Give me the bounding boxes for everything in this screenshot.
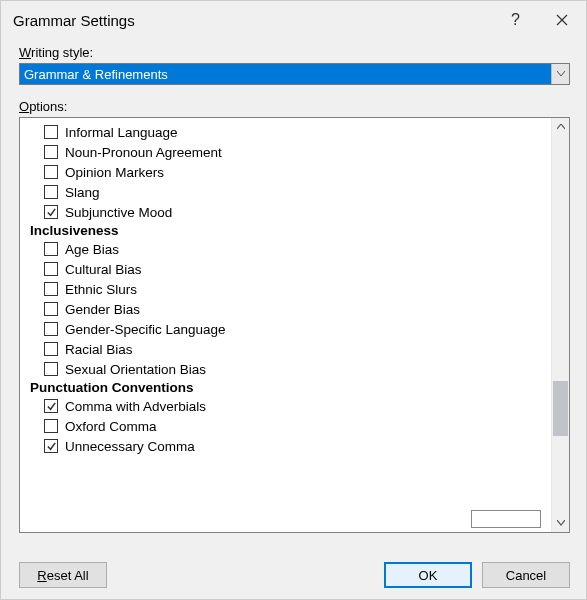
- checkbox[interactable]: [44, 342, 58, 356]
- option-item[interactable]: Informal Language: [30, 122, 551, 142]
- group-title: Punctuation Conventions: [30, 379, 551, 396]
- option-label: Racial Bias: [65, 342, 133, 357]
- options-list-container: Informal LanguageNoun-Pronoun AgreementO…: [19, 117, 570, 533]
- option-label: Subjunctive Mood: [65, 205, 172, 220]
- checkbox[interactable]: [44, 242, 58, 256]
- dialog-footer: Reset All OK Cancel: [1, 557, 586, 599]
- titlebar: Grammar Settings ?: [1, 1, 586, 39]
- ok-button[interactable]: OK: [384, 562, 472, 588]
- writing-style-combo[interactable]: Grammar & Refinements: [19, 63, 570, 85]
- option-label: Gender Bias: [65, 302, 140, 317]
- scroll-thumb[interactable]: [553, 381, 568, 436]
- checkbox[interactable]: [44, 165, 58, 179]
- combo-dropdown-button[interactable]: [551, 64, 569, 84]
- checkbox[interactable]: [44, 125, 58, 139]
- option-label: Sexual Orientation Bias: [65, 362, 206, 377]
- option-item[interactable]: Age Bias: [30, 239, 551, 259]
- option-item[interactable]: Comma with Adverbials: [30, 396, 551, 416]
- dialog-title: Grammar Settings: [13, 12, 135, 29]
- close-button[interactable]: [538, 1, 586, 39]
- dialog-content: Writing style: Grammar & Refinements Opt…: [1, 39, 586, 557]
- partial-control[interactable]: [471, 510, 541, 528]
- option-label: Comma with Adverbials: [65, 399, 206, 414]
- option-label: Gender-Specific Language: [65, 322, 226, 337]
- option-item[interactable]: Ethnic Slurs: [30, 279, 551, 299]
- checkbox[interactable]: [44, 145, 58, 159]
- grammar-settings-dialog: Grammar Settings ? Writing style: Gramma…: [0, 0, 587, 600]
- option-label: Slang: [65, 185, 100, 200]
- writing-style-value: Grammar & Refinements: [20, 64, 551, 84]
- scroll-up-button[interactable]: [552, 118, 569, 136]
- scroll-down-button[interactable]: [552, 514, 569, 532]
- checkbox[interactable]: [44, 302, 58, 316]
- checkbox[interactable]: [44, 439, 58, 453]
- group-title: Inclusiveness: [30, 222, 551, 239]
- option-label: Oxford Comma: [65, 419, 157, 434]
- option-item[interactable]: Sexual Orientation Bias: [30, 359, 551, 379]
- option-label: Unnecessary Comma: [65, 439, 195, 454]
- option-item[interactable]: Gender Bias: [30, 299, 551, 319]
- checkbox[interactable]: [44, 205, 58, 219]
- checkbox[interactable]: [44, 322, 58, 336]
- chevron-up-icon: [557, 124, 565, 130]
- chevron-down-icon: [557, 520, 565, 526]
- cancel-button[interactable]: Cancel: [482, 562, 570, 588]
- option-item[interactable]: Oxford Comma: [30, 416, 551, 436]
- scroll-track[interactable]: [552, 136, 569, 514]
- checkbox[interactable]: [44, 399, 58, 413]
- option-item[interactable]: Slang: [30, 182, 551, 202]
- options-list: Informal LanguageNoun-Pronoun AgreementO…: [20, 118, 551, 532]
- reset-all-button[interactable]: Reset All: [19, 562, 107, 588]
- option-item[interactable]: Opinion Markers: [30, 162, 551, 182]
- options-label: Options:: [19, 99, 570, 114]
- chevron-down-icon: [557, 71, 565, 77]
- scrollbar[interactable]: [551, 118, 569, 532]
- option-label: Noun-Pronoun Agreement: [65, 145, 222, 160]
- option-label: Cultural Bias: [65, 262, 142, 277]
- option-item[interactable]: Gender-Specific Language: [30, 319, 551, 339]
- option-item[interactable]: Noun-Pronoun Agreement: [30, 142, 551, 162]
- option-item[interactable]: Racial Bias: [30, 339, 551, 359]
- checkbox[interactable]: [44, 419, 58, 433]
- help-button[interactable]: ?: [493, 1, 538, 39]
- option-item[interactable]: Subjunctive Mood: [30, 202, 551, 222]
- option-item[interactable]: Cultural Bias: [30, 259, 551, 279]
- option-label: Informal Language: [65, 125, 178, 140]
- option-label: Ethnic Slurs: [65, 282, 137, 297]
- option-label: Age Bias: [65, 242, 119, 257]
- option-label: Opinion Markers: [65, 165, 164, 180]
- close-icon: [556, 14, 568, 26]
- checkbox[interactable]: [44, 185, 58, 199]
- checkbox[interactable]: [44, 362, 58, 376]
- writing-style-label: Writing style:: [19, 45, 570, 60]
- checkbox[interactable]: [44, 282, 58, 296]
- option-item[interactable]: Unnecessary Comma: [30, 436, 551, 456]
- checkbox[interactable]: [44, 262, 58, 276]
